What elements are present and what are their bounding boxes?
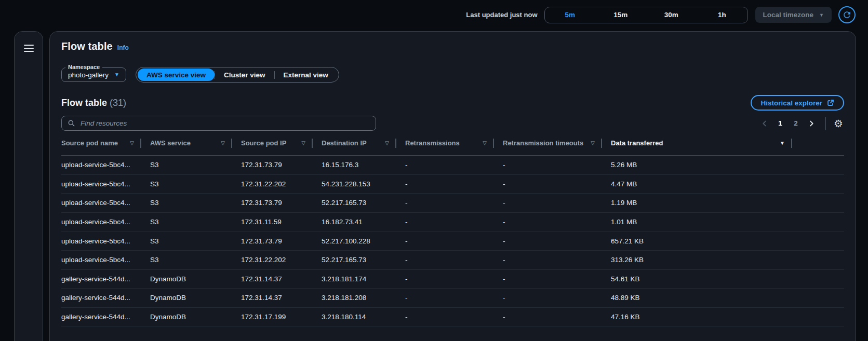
time-range-30m[interactable]: 30m [646,7,697,23]
table-cell: 3.218.181.208 [313,294,396,302]
column-header-retransmissions[interactable]: Retransmissions▽ [396,131,494,155]
table-cell: 54.231.228.153 [313,180,396,188]
table-cell: 16.182.73.41 [313,218,396,226]
column-label: AWS service [150,139,191,147]
filter-icon[interactable]: ▽ [301,140,305,146]
historical-explorer-label: Historical explorer [760,99,822,107]
table-cell: - [494,180,602,188]
table-cell: upload-service-5bc4... [61,256,141,264]
table-cell: 52.217.100.228 [313,237,396,245]
column-header-source-pod-ip[interactable]: Source pod IP▽ [232,131,313,155]
next-page-button[interactable] [805,117,818,130]
table-row: upload-service-5bc4...S3172.31.11.5916.1… [61,213,844,232]
table-cell: gallery-service-544d... [61,275,141,283]
table-cell: 172.31.73.79 [232,237,313,245]
table-row: upload-service-5bc4...S3172.31.73.7916.1… [61,156,844,175]
namespace-value: photo-gallery [68,71,109,79]
table-cell: - [396,218,494,226]
table-cell: - [494,275,602,283]
view-tab-external-view[interactable]: External view [275,69,337,81]
chevron-right-icon [808,120,815,127]
historical-explorer-button[interactable]: Historical explorer [751,95,844,111]
table-cell: 172.31.22.202 [232,256,313,264]
column-header-retransmission-timeouts[interactable]: Retransmission timeouts▽ [494,131,602,155]
timezone-select[interactable]: Local timezone ▼ [755,7,832,23]
refresh-icon [842,10,852,20]
table-cell: 4.47 MB [602,180,792,188]
table-cell: - [494,256,602,264]
info-link[interactable]: Info [117,44,129,52]
table-cell: - [494,237,602,245]
table-cell: 54.61 KB [602,275,792,283]
time-range-5m[interactable]: 5m [545,7,596,23]
column-header-spacer [792,131,844,155]
time-range-1h[interactable]: 1h [697,7,747,23]
pagination-pages: 12 [773,117,803,130]
view-tab-aws-service-view[interactable]: AWS service view [138,69,215,81]
column-header-destination-ip[interactable]: Destination IP▽ [313,131,396,155]
column-header-source-pod-name[interactable]: Source pod name▽ [61,131,141,155]
external-link-icon [827,99,834,106]
page-title: Flow table [61,40,113,52]
table-cell: - [396,199,494,207]
table-cell: upload-service-5bc4... [61,199,141,207]
filter-icon[interactable]: ▽ [221,140,225,146]
table-row: gallery-service-544d...DynamoDB172.31.14… [61,270,844,289]
view-tab-cluster-view[interactable]: Cluster view [215,69,274,81]
table-cell: - [396,180,494,188]
timezone-label: Local timezone [763,11,814,19]
filter-icon[interactable]: ▽ [483,140,487,146]
table-cell: - [494,313,602,321]
page-1-button[interactable]: 1 [773,117,787,130]
table-row: gallery-service-544d...DynamoDB172.31.14… [61,289,844,308]
table-cell: S3 [141,218,232,226]
page-2-button[interactable]: 2 [789,117,803,130]
sidebar [14,31,43,341]
table-body: upload-service-5bc4...S3172.31.73.7916.1… [61,156,844,326]
caret-down-icon: ▼ [114,72,119,77]
column-label: Retransmissions [405,139,460,147]
caret-down-icon: ▼ [819,12,824,18]
table-cell: gallery-service-544d... [61,313,141,321]
table-cell: 5.26 MB [602,161,792,169]
search-input[interactable] [79,119,370,128]
flow-table-panel: Flow table Info Namespace photo-gallery … [49,31,856,341]
top-bar: Last updated just now 5m15m30m1h Local t… [0,0,868,30]
table-row: upload-service-5bc4...S3172.31.73.7952.2… [61,231,844,251]
column-label: Source pod IP [241,139,286,147]
table-cell: upload-service-5bc4... [61,161,141,169]
table-cell: 172.31.14.37 [232,294,313,302]
table-cell: - [396,237,494,245]
table-cell: 172.31.73.79 [232,199,313,207]
table-header-row: Source pod name▽AWS service▽Source pod I… [61,131,844,156]
table-cell: 313.26 KB [602,256,792,264]
namespace-select[interactable]: Namespace photo-gallery ▼ [61,67,126,82]
table-cell: - [494,199,602,207]
time-range-15m[interactable]: 15m [595,7,646,23]
column-header-aws-service[interactable]: AWS service▽ [141,131,232,155]
previous-page-button[interactable] [758,117,771,130]
table-cell: 1.19 MB [602,199,792,207]
filter-icon[interactable]: ▽ [130,140,134,146]
divider [825,117,826,130]
hamburger-menu-button[interactable] [22,43,36,54]
table-cell: upload-service-5bc4... [61,180,141,188]
column-label: Data transferred [611,139,663,147]
table-title-text: Flow table [61,98,107,108]
table-cell: 48.89 KB [602,294,792,302]
refresh-button[interactable] [838,6,856,23]
last-updated-text: Last updated just now [466,11,537,19]
column-header-data-transferred[interactable]: Data transferred▼ [602,131,792,155]
table-cell: 16.15.176.3 [313,161,396,169]
pagination: 12 ⚙ [758,117,844,130]
table-cell: - [396,275,494,283]
chevron-left-icon [761,120,768,127]
sort-descending-icon[interactable]: ▼ [780,140,785,146]
filter-icon[interactable]: ▽ [591,140,595,146]
filter-icon[interactable]: ▽ [385,140,389,146]
table-cell: - [494,161,602,169]
flow-table: Source pod name▽AWS service▽Source pod I… [61,131,844,326]
settings-button[interactable]: ⚙ [833,118,844,129]
table-cell: - [396,256,494,264]
table-cell: 3.218.180.114 [313,313,396,321]
